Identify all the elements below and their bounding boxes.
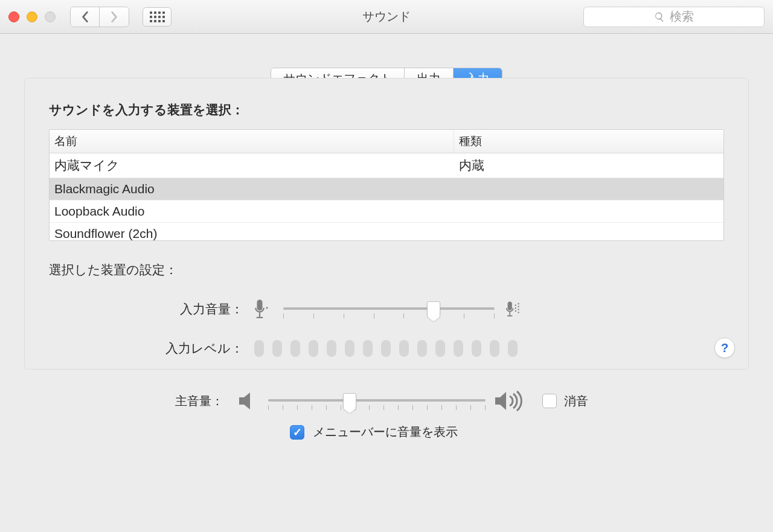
input-level-row: 入力レベル： xyxy=(49,340,724,357)
minimize-button[interactable] xyxy=(27,11,37,22)
input-panel: サウンドを入力する装置を選択： 名前 種類 内蔵マイク 内蔵 Blackmagi… xyxy=(24,78,749,370)
svg-point-3 xyxy=(266,307,268,309)
search-field[interactable]: 検索 xyxy=(583,7,765,27)
mute-checkbox[interactable] xyxy=(542,394,557,408)
device-row[interactable]: 内蔵マイク 内蔵 xyxy=(50,153,723,178)
search-placeholder: 検索 xyxy=(670,8,694,25)
svg-point-7 xyxy=(515,304,516,306)
show-in-menubar-checkbox[interactable] xyxy=(290,425,304,440)
svg-rect-4 xyxy=(508,301,512,310)
svg-point-9 xyxy=(515,310,516,312)
speaker-high-icon xyxy=(494,390,528,412)
svg-point-8 xyxy=(515,307,516,309)
speaker-low-icon xyxy=(238,391,260,411)
device-select-heading: サウンドを入力する装置を選択： xyxy=(49,101,724,118)
svg-rect-6 xyxy=(507,315,512,316)
device-row[interactable]: Soundflower (2ch) xyxy=(50,223,723,240)
col-name[interactable]: 名前 xyxy=(50,130,454,153)
back-button[interactable] xyxy=(71,7,100,27)
maximize-button xyxy=(45,11,56,22)
device-row[interactable]: Blackmagic Audio xyxy=(50,178,723,200)
input-volume-row: 入力音量： xyxy=(49,295,724,323)
master-volume-label: 主音量： xyxy=(48,393,229,409)
show-in-menubar-label: メニューバーに音量を表示 xyxy=(313,424,458,440)
col-kind[interactable]: 種類 xyxy=(454,130,723,153)
device-settings-heading: 選択した装置の設定： xyxy=(49,261,724,278)
svg-point-12 xyxy=(518,309,519,310)
mic-high-icon xyxy=(505,295,524,323)
master-volume-slider[interactable] xyxy=(268,399,486,403)
svg-rect-5 xyxy=(509,312,510,315)
svg-point-11 xyxy=(518,306,519,307)
master-volume-section: 主音量： 消音 メニューバーに音量を表示 xyxy=(24,390,749,440)
input-volume-label: 入力音量： xyxy=(49,301,254,318)
svg-rect-0 xyxy=(257,300,263,310)
input-volume-slider[interactable] xyxy=(283,307,495,311)
search-icon xyxy=(654,11,665,22)
svg-rect-1 xyxy=(259,312,260,317)
titlebar: サウンド 検索 xyxy=(0,0,773,34)
device-row[interactable]: Loopback Audio xyxy=(50,200,723,223)
close-button[interactable] xyxy=(8,11,19,22)
svg-point-10 xyxy=(518,303,519,304)
forward-button xyxy=(100,7,129,27)
input-level-label: 入力レベル： xyxy=(49,340,254,357)
device-table: 名前 種類 内蔵マイク 内蔵 Blackmagic Audio Loopback… xyxy=(49,129,724,241)
svg-point-13 xyxy=(518,312,519,313)
grid-icon xyxy=(150,11,165,22)
window-title: サウンド xyxy=(362,8,411,25)
help-button[interactable]: ? xyxy=(714,338,735,358)
mic-low-icon xyxy=(254,295,272,323)
svg-rect-2 xyxy=(257,317,263,318)
traffic-lights xyxy=(8,11,56,22)
show-all-button[interactable] xyxy=(143,7,172,27)
mute-label: 消音 xyxy=(564,393,588,409)
input-level-meter xyxy=(254,340,518,357)
nav-segment xyxy=(70,7,129,27)
